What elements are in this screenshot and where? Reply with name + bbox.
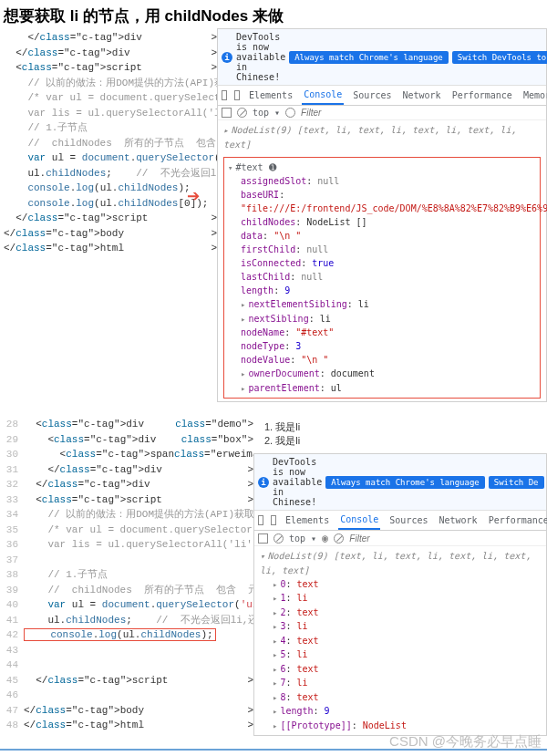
- filter-input[interactable]: [349, 533, 465, 544]
- list-item-text: 2. 我是li: [264, 434, 536, 448]
- tab-sources[interactable]: Sources: [387, 512, 429, 529]
- devtools-banner: i DevTools is now available in Chinese! …: [254, 454, 546, 511]
- banner-text: DevTools is now available in Chinese!: [273, 457, 322, 507]
- tab-network[interactable]: Network: [400, 87, 442, 104]
- tab-sources[interactable]: Sources: [351, 87, 393, 104]
- tab-performance[interactable]: Performance: [487, 512, 547, 529]
- banner-text: DevTools is now available in Chinese!: [236, 32, 285, 82]
- code-block-1: </class="c-tag">div> </class="c-tag">div…: [0, 28, 217, 258]
- tab-elements[interactable]: Elements: [247, 87, 294, 104]
- tab-console[interactable]: Console: [302, 86, 344, 105]
- context-selector[interactable]: top ▾: [253, 108, 280, 118]
- info-icon: i: [222, 52, 232, 63]
- console-output: NodeList(9) [text, li, text, li, text, l…: [254, 546, 546, 735]
- switch-lang-button[interactable]: Switch DevTools to Chinese: [452, 51, 547, 64]
- devtools-tabs: Elements Console Sources Network Perform…: [218, 86, 546, 106]
- code-block-2: 28 <class="c-tag">div class="demo">29 <c…: [0, 415, 253, 735]
- filter-input[interactable]: [301, 108, 417, 118]
- devtools-banner: i DevTools is now available in Chinese! …: [218, 29, 546, 86]
- clear-console-icon[interactable]: [274, 533, 284, 544]
- inspect-icon[interactable]: [222, 90, 227, 100]
- section-2: 28 <class="c-tag">div class="demo">29 <c…: [0, 415, 547, 736]
- devtools-tabs: Elements Console Sources Network Perform…: [254, 511, 546, 531]
- sidebar-toggle-icon[interactable]: [258, 533, 268, 544]
- match-lang-button[interactable]: Always match Chrome's language: [325, 476, 485, 489]
- device-icon[interactable]: [271, 515, 276, 525]
- devtools-panel-1: i DevTools is now available in Chinese! …: [217, 28, 547, 402]
- expanded-node: #text ➊assignedSlot: nullbaseURI: "file:…: [223, 157, 541, 399]
- info-icon: i: [258, 477, 269, 488]
- context-selector[interactable]: top ▾: [289, 533, 316, 544]
- nodelist-header[interactable]: NodeList(9) [text, li, text, li, text, l…: [223, 123, 541, 151]
- console-toolbar: top ▾ ◉: [254, 531, 546, 546]
- live-expression-icon[interactable]: ◉: [322, 533, 328, 544]
- match-lang-button[interactable]: Always match Chrome's language: [289, 51, 449, 64]
- sidebar-toggle-icon[interactable]: [222, 108, 232, 118]
- tab-elements[interactable]: Elements: [284, 512, 331, 529]
- red-arrow-icon: ➔: [187, 183, 200, 210]
- rendered-page: 1. 我是li 2. 我是li: [253, 415, 547, 453]
- switch-lang-button[interactable]: Switch De: [489, 476, 544, 489]
- section-1: </class="c-tag">div> </class="c-tag">div…: [0, 28, 547, 402]
- clear-icon[interactable]: [334, 533, 344, 544]
- device-icon[interactable]: [234, 90, 240, 100]
- devtools-panel-2: i DevTools is now available in Chinese! …: [253, 453, 547, 736]
- section-3: // 1.子节点// childNodes 所有的子节点 包含 元素节点 文本节…: [0, 749, 547, 756]
- tab-console[interactable]: Console: [338, 511, 380, 530]
- clear-console-icon[interactable]: [237, 108, 247, 118]
- tab-memory[interactable]: Memory: [521, 87, 547, 104]
- list-item-text: 1. 我是li: [264, 420, 536, 434]
- section-2-right: 1. 我是li 2. 我是li i DevTools is now availa…: [253, 415, 547, 736]
- nodelist-header[interactable]: NodeList(9) [text, li, text, li, text, l…: [260, 549, 541, 577]
- inspect-icon[interactable]: [258, 515, 263, 525]
- live-expression-icon[interactable]: [285, 108, 295, 118]
- console-output: NodeList(9) [text, li, text, li, text, l…: [218, 120, 546, 401]
- page-title: 想要获取 li 的节点，用 childNodes 来做: [0, 0, 547, 28]
- tab-performance[interactable]: Performance: [450, 87, 514, 104]
- console-toolbar: top ▾: [218, 106, 546, 120]
- tab-network[interactable]: Network: [437, 512, 479, 529]
